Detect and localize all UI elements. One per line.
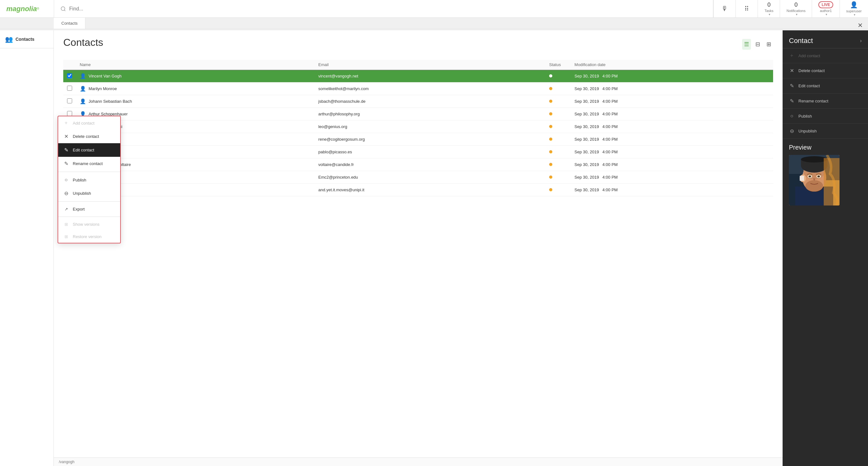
toolbar: ☰ ⊟ ⊞ — [742, 39, 773, 49]
columns-view-button[interactable]: ⊟ — [753, 39, 762, 49]
search-bar[interactable] — [54, 0, 713, 18]
status-dot — [549, 112, 552, 115]
cm-restore-icon: ⊞ — [63, 234, 69, 239]
rp-add-contact[interactable]: + Add contact — [783, 48, 868, 63]
tasks-button[interactable]: 0 Tasks ▾ — [757, 0, 780, 18]
cm-publish[interactable]: ○ Publish — [58, 173, 120, 187]
col-name: Name — [76, 60, 314, 70]
live-badge: LIVE — [818, 1, 833, 8]
person-icon: 👤 — [80, 86, 86, 92]
sidebar-title: Contacts — [16, 37, 34, 42]
contact-name: Marilyn Monroe — [89, 86, 117, 91]
table-row[interactable]: 👤 Galileo Galilei and.yet.it.moves@unipi… — [63, 184, 773, 196]
rp-edit-label: Edit contact — [798, 84, 820, 88]
preview-section: Preview — [783, 139, 868, 210]
superuser-button[interactable]: 👤 superuser ▾ — [840, 0, 868, 18]
cm-rename-contact[interactable]: ✎ Rename contact — [58, 157, 120, 170]
rp-edit-icon: ✎ — [789, 83, 795, 89]
rp-add-label: Add contact — [798, 54, 820, 58]
grid-view-icon: ⊞ — [767, 41, 771, 47]
table-row[interactable]: 👤 François-Marie Voltaire voltaire@candi… — [63, 158, 773, 171]
table-row[interactable]: 👤 Arthur Schopenhauer arthur@philosophy.… — [63, 108, 773, 121]
rp-delete-contact[interactable]: ✕ Delete contact — [783, 63, 868, 78]
status-dot — [549, 163, 552, 166]
context-menu: + Add contact ✕ Delete contact ✎ Edit co… — [58, 116, 121, 243]
status-dot — [549, 125, 552, 128]
notifications-chevron: ▾ — [796, 13, 798, 16]
row-checkbox[interactable] — [67, 86, 72, 91]
superuser-chevron: ▾ — [854, 13, 855, 16]
author-label: author1 — [820, 9, 832, 13]
topbar-actions: 🎙 ⠿ 0 Tasks ▾ 0 Notifications ▾ LIVE aut… — [713, 0, 868, 18]
mic-icon: 🎙 — [721, 5, 728, 12]
contact-name: Johann Sebastian Bach — [89, 99, 132, 104]
modification-date: Sep 30, 2019 4:00 PM — [571, 171, 773, 184]
rp-edit-contact[interactable]: ✎ Edit contact — [783, 78, 868, 94]
cm-add-icon: + — [63, 120, 69, 126]
svg-point-12 — [805, 180, 823, 192]
cm-restore-version[interactable]: ⊞ Restore version — [58, 230, 120, 243]
table-row[interactable]: 👤 Marilyn Monroe somelikeithot@marilyn.c… — [63, 82, 773, 95]
table-row[interactable]: 👤 Vincent Van Gogh vincent@vangogh.net S… — [63, 70, 773, 82]
superuser-label: superuser — [846, 9, 862, 13]
search-input[interactable] — [69, 6, 707, 12]
svg-point-18 — [817, 175, 820, 177]
grid-button[interactable]: ⠿ — [736, 0, 757, 18]
person-icon: 👤 — [80, 73, 86, 79]
rp-rename-label: Rename contact — [798, 99, 829, 103]
cm-divider-1 — [58, 172, 120, 172]
contact-email: arthur@philosophy.org — [314, 108, 545, 121]
grid-view-button[interactable]: ⊞ — [765, 39, 773, 49]
contact-email: pablo@picasso.es — [314, 146, 545, 158]
list-view-button[interactable]: ☰ — [742, 39, 751, 49]
search-icon — [60, 6, 66, 12]
table-row[interactable]: 👤 Albert Einstein Emc2@princeton.edu Sep… — [63, 171, 773, 184]
table-row[interactable]: 👤 Johann Sebastian Bach jsbach@thomassch… — [63, 95, 773, 108]
modification-date: Sep 30, 2019 4:00 PM — [571, 146, 773, 158]
tasks-count: 0 — [767, 2, 771, 8]
modification-date: Sep 30, 2019 4:00 PM — [571, 108, 773, 121]
cm-add-label: Add contact — [73, 121, 95, 126]
tab-contacts[interactable]: Contacts — [54, 18, 85, 29]
contact-email: voltaire@candide.fr — [314, 158, 545, 171]
cm-delete-contact[interactable]: ✕ Delete contact — [58, 130, 120, 143]
cm-show-versions[interactable]: ⊞ Show versions — [58, 218, 120, 230]
rp-rename-contact[interactable]: ✎ Rename contact — [783, 94, 868, 109]
rp-unpublish[interactable]: ⊖ Unpublish — [783, 124, 868, 139]
table-row[interactable]: 👤 René Descartes rene@cogitoergosum.org … — [63, 133, 773, 146]
cm-edit-contact[interactable]: ✎ Edit contact — [58, 143, 120, 157]
col-email: Email — [314, 60, 545, 70]
row-checkbox[interactable] — [67, 111, 72, 116]
right-panel-title: Contact — [789, 37, 813, 45]
notifications-button[interactable]: 0 Notifications ▾ — [780, 0, 812, 18]
main-inner: Contacts ☰ ⊟ ⊞ Name — [54, 30, 783, 458]
status-dot — [549, 137, 552, 141]
contact-name: Vincent Van Gogh — [89, 74, 121, 78]
cm-export[interactable]: ↗ Export — [58, 203, 120, 215]
cm-add-contact[interactable]: + Add contact — [58, 116, 120, 130]
modification-date: Sep 30, 2019 4:00 PM — [571, 158, 773, 171]
row-checkbox[interactable] — [67, 73, 72, 78]
cm-divider-2 — [58, 201, 120, 202]
rp-delete-icon: ✕ — [789, 68, 795, 74]
close-tab-button[interactable]: ✕ — [855, 20, 865, 30]
table-row[interactable]: 👤 Pablo Picasso pablo@picasso.es Sep 30,… — [63, 146, 773, 158]
breadcrumb: /vangogh — [54, 458, 783, 466]
status-dot — [549, 74, 552, 77]
contact-email: and.yet.it.moves@unipi.it — [314, 184, 545, 196]
row-checkbox[interactable] — [67, 98, 72, 103]
rp-add-icon: + — [789, 53, 795, 59]
person-icon: 👤 — [80, 98, 86, 104]
rp-publish[interactable]: ○ Publish — [783, 109, 868, 124]
right-panel-chevron[interactable]: › — [860, 38, 862, 44]
table-row[interactable]: 👤 Leonardo Da Vinci leo@genius.org Sep 3… — [63, 121, 773, 133]
mic-button[interactable]: 🎙 — [713, 0, 736, 18]
notifications-label: Notifications — [786, 9, 805, 13]
cm-unpublish[interactable]: ⊖ Unpublish — [58, 187, 120, 200]
contact-email: Emc2@princeton.edu — [314, 171, 545, 184]
live-button[interactable]: LIVE author1 ▾ — [812, 0, 840, 18]
preview-image — [789, 155, 840, 205]
tasks-label: Tasks — [765, 9, 773, 13]
col-status: Status — [545, 60, 571, 70]
logo: magnolia® — [0, 5, 54, 13]
